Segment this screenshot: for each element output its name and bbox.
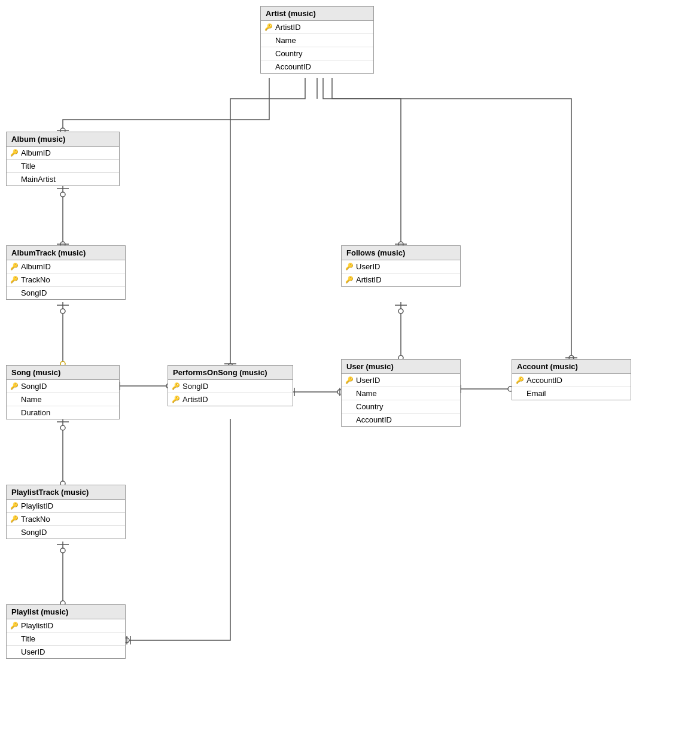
field-name-song-duration: Duration [21, 408, 50, 417]
field-name-album-mainartist: MainArtist [21, 175, 56, 184]
field-name-albumtrack-trackno: TrackNo [21, 275, 50, 284]
entity-artist: Artist (music)🔑ArtistIDNameCountryAccoun… [260, 6, 374, 74]
field-row-album-title: Title [7, 160, 119, 173]
entity-header-song: Song (music) [7, 366, 119, 380]
pk-icon: 🔑 [345, 276, 354, 284]
field-row-albumtrack-songid: SongID [7, 287, 125, 299]
field-row-artist-name: Name [261, 34, 373, 47]
field-row-playlist-title: Title [7, 632, 125, 646]
entity-header-albumtrack: AlbumTrack (music) [7, 246, 125, 260]
field-name-user-accountid: AccountID [356, 415, 392, 424]
field-row-album-mainartist: MainArtist [7, 173, 119, 185]
field-row-user-accountid: AccountID [342, 413, 460, 426]
field-name-albumtrack-albumid: AlbumID [21, 262, 51, 271]
field-name-account-email: Email [526, 389, 546, 398]
field-name-account-accountid: AccountID [526, 376, 562, 385]
field-row-song-songid: 🔑SongID [7, 380, 119, 393]
field-name-playlisttrack-playlistid: PlaylistID [21, 501, 53, 510]
pk-icon: 🔑 [264, 23, 273, 31]
field-row-user-userid: 🔑UserID [342, 374, 460, 387]
svg-point-11 [60, 192, 65, 197]
entity-performsonsong: PerformsOnSong (music)🔑SongID🔑ArtistID [168, 365, 293, 406]
entity-header-album: Album (music) [7, 132, 119, 147]
pk-icon: 🔑 [10, 622, 19, 629]
pk-icon: 🔑 [10, 382, 19, 390]
field-name-song-name: Name [21, 395, 42, 404]
field-name-playlist-playlistid: PlaylistID [21, 621, 53, 630]
field-name-playlisttrack-trackno: TrackNo [21, 515, 50, 524]
field-row-song-duration: Duration [7, 406, 119, 419]
entity-header-user: User (music) [342, 360, 460, 374]
entity-follows: Follows (music)🔑UserID🔑ArtistID [341, 245, 461, 287]
field-name-performsonsong-songid: SongID [182, 382, 208, 391]
field-name-playlisttrack-songid: SongID [21, 528, 47, 537]
field-name-follows-userid: UserID [356, 262, 380, 271]
diagram-canvas: Artist (music)🔑ArtistIDNameCountryAccoun… [0, 0, 700, 736]
field-row-account-accountid: 🔑AccountID [512, 374, 631, 387]
field-name-playlist-title: Title [21, 634, 35, 643]
field-row-account-email: Email [512, 387, 631, 400]
field-row-playlisttrack-trackno: 🔑TrackNo [7, 513, 125, 526]
field-row-playlist-userid: UserID [7, 646, 125, 658]
svg-point-43 [60, 425, 65, 430]
field-row-artist-country: Country [261, 47, 373, 60]
entity-playlisttrack: PlaylistTrack (music)🔑PlaylistID🔑TrackNo… [6, 485, 126, 539]
field-name-performsonsong-artistid: ArtistID [182, 395, 208, 404]
pk-icon: 🔑 [345, 376, 354, 384]
entity-account: Account (music)🔑AccountIDEmail [512, 359, 631, 400]
field-name-artist-country: Country [275, 49, 303, 58]
field-name-follows-artistid: ArtistID [356, 275, 382, 284]
field-row-playlisttrack-playlistid: 🔑PlaylistID [7, 500, 125, 513]
field-name-artist-accountid: AccountID [275, 62, 311, 71]
entity-header-follows: Follows (music) [342, 246, 460, 260]
pk-icon: 🔑 [172, 396, 180, 403]
entity-header-playlisttrack: PlaylistTrack (music) [7, 485, 125, 500]
field-name-playlist-userid: UserID [21, 647, 45, 656]
field-name-user-country: Country [356, 402, 384, 411]
field-row-follows-userid: 🔑UserID [342, 260, 460, 273]
pk-icon: 🔑 [10, 149, 19, 157]
field-row-user-name: Name [342, 387, 460, 400]
entity-album: Album (music)🔑AlbumIDTitleMainArtist [6, 132, 120, 186]
pk-icon: 🔑 [345, 263, 354, 270]
field-row-song-name: Name [7, 393, 119, 406]
field-row-albumtrack-albumid: 🔑AlbumID [7, 260, 125, 273]
field-row-performsonsong-artistid: 🔑ArtistID [168, 393, 293, 406]
field-name-album-title: Title [21, 162, 35, 171]
pk-icon: 🔑 [10, 263, 19, 270]
field-row-follows-artistid: 🔑ArtistID [342, 273, 460, 286]
svg-point-48 [60, 548, 65, 553]
entity-header-playlist: Playlist (music) [7, 605, 125, 619]
field-row-album-albumid: 🔑AlbumID [7, 147, 119, 160]
entity-playlist: Playlist (music)🔑PlaylistIDTitleUserID [6, 604, 126, 659]
svg-point-31 [398, 309, 403, 314]
field-row-artist-artistid: 🔑ArtistID [261, 21, 373, 34]
field-row-performsonsong-songid: 🔑SongID [168, 380, 293, 393]
field-name-artist-name: Name [275, 36, 296, 45]
entity-header-performsonsong: PerformsOnSong (music) [168, 366, 293, 380]
field-row-playlist-playlistid: 🔑PlaylistID [7, 619, 125, 632]
field-name-album-albumid: AlbumID [21, 148, 51, 157]
field-row-playlisttrack-songid: SongID [7, 526, 125, 539]
entity-song: Song (music)🔑SongIDNameDuration [6, 365, 120, 419]
pk-icon: 🔑 [10, 502, 19, 510]
field-name-artist-artistid: ArtistID [275, 23, 301, 32]
entity-user: User (music)🔑UserIDNameCountryAccountID [341, 359, 461, 427]
entity-header-account: Account (music) [512, 360, 631, 374]
pk-icon: 🔑 [516, 376, 524, 384]
svg-point-16 [60, 309, 65, 314]
field-name-albumtrack-songid: SongID [21, 288, 47, 297]
entity-albumtrack: AlbumTrack (music)🔑AlbumID🔑TrackNoSongID [6, 245, 126, 300]
field-name-user-userid: UserID [356, 376, 380, 385]
field-row-artist-accountid: AccountID [261, 60, 373, 73]
entity-header-artist: Artist (music) [261, 7, 373, 21]
pk-icon: 🔑 [10, 276, 19, 284]
field-name-song-songid: SongID [21, 382, 47, 391]
pk-icon: 🔑 [10, 515, 19, 523]
field-name-user-name: Name [356, 389, 377, 398]
pk-icon: 🔑 [172, 382, 180, 390]
field-row-albumtrack-trackno: 🔑TrackNo [7, 273, 125, 287]
field-row-user-country: Country [342, 400, 460, 413]
